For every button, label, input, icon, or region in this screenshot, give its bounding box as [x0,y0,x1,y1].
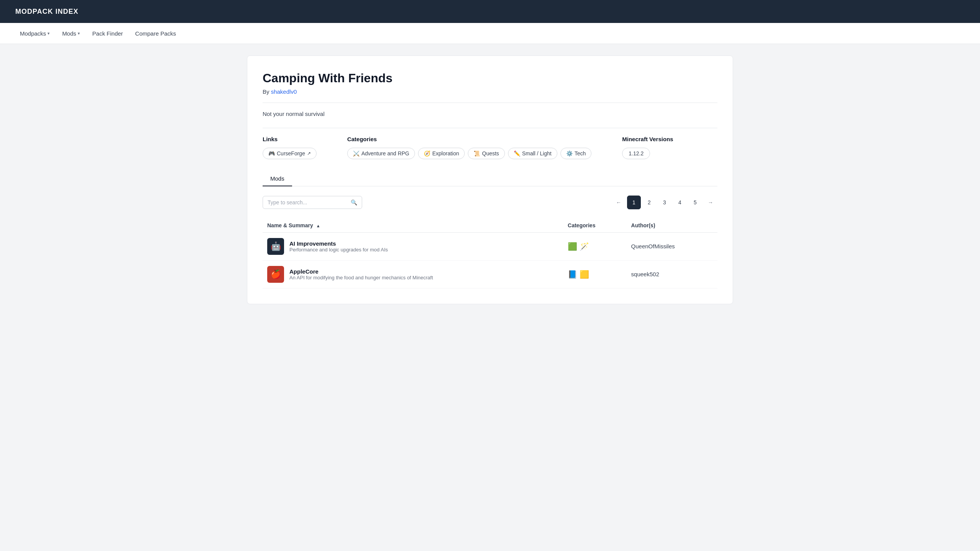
mod-row: 🍎 AppleCore An API for modifying the foo… [267,266,559,283]
categories-section: Categories ⚔️ Adventure and RPG 🧭 Explor… [347,136,591,159]
info-grid: Links 🎮 CurseForge ↗ Categories ⚔️ Adven… [263,136,717,159]
category-tech: ⚙️ Tech [560,148,592,159]
mod-author-cell: QueenOfMissiles [627,233,717,261]
mod-name-cell: 🍎 AppleCore An API for modifying the foo… [263,261,563,289]
version-tag: 1.12.2 [622,148,650,159]
pagination-page-3[interactable]: 3 [658,196,671,209]
mod-name-cell: 🤖 AI Improvements Performance and logic … [263,233,563,261]
pagination-page-5[interactable]: 5 [688,196,702,209]
exploration-icon: 🧭 [424,150,430,156]
app-header: MODPACK INDEX [0,0,980,23]
category-icon-1: 📘 [568,270,577,279]
search-pagination-row: 🔍 ← 1 2 3 4 5 [263,196,717,209]
external-link-icon: ↗ [307,151,311,156]
versions-label: Minecraft Versions [622,136,673,142]
pagination-page-1[interactable]: 1 [627,196,641,209]
mod-name: AI Improvements [289,240,388,247]
category-exploration: 🧭 Exploration [418,148,465,159]
divider [263,103,717,103]
table-header: Name & Summary ▲ Categories Author(s) [263,218,717,233]
links-group: 🎮 CurseForge ↗ [263,148,317,159]
mod-row: 🤖 AI Improvements Performance and logic … [267,238,559,255]
app-logo: MODPACK INDEX [15,8,78,16]
chevron-down-icon: ▾ [78,31,80,36]
table-row: 🤖 AI Improvements Performance and logic … [263,233,717,261]
author-link[interactable]: shakedlv0 [271,88,297,95]
ai-improvements-icon: 🤖 [271,241,281,251]
main-nav: Modpacks ▾ Mods ▾ Pack Finder Compare Pa… [0,23,980,44]
curseforge-link[interactable]: 🎮 CurseForge ↗ [263,148,317,159]
adventure-icon: ⚔️ [353,150,359,156]
category-icon-2: 🟨 [580,270,589,279]
category-icon-1: 🟩 [568,242,577,251]
pagination-next[interactable]: → [704,196,717,209]
sort-icon: ▲ [316,223,320,228]
mod-info: AppleCore An API for modifying the food … [289,268,433,280]
mod-icon-applecore: 🍎 [267,266,284,283]
pack-description: Not your normal survival [263,111,717,117]
pagination-page-2[interactable]: 2 [642,196,656,209]
links-section: Links 🎮 CurseForge ↗ [263,136,317,159]
mod-category-icons: 📘 🟨 [568,270,622,279]
versions-group: 1.12.2 [622,148,673,159]
tech-icon: ⚙️ [566,150,573,156]
main-content: Camping With Friends By shakedlv0 Not yo… [232,44,748,316]
mod-author: squeek502 [631,271,659,277]
mod-categories-cell: 🟩 🪄 [563,233,627,261]
divider-2 [263,128,717,128]
nav-modpacks[interactable]: Modpacks ▾ [15,27,54,40]
tab-mods[interactable]: Mods [263,171,292,186]
versions-section: Minecraft Versions 1.12.2 [622,136,673,159]
nav-compare-packs[interactable]: Compare Packs [131,27,181,40]
pack-author: By shakedlv0 [263,88,717,95]
small-light-icon: ✏️ [514,150,520,156]
pack-card: Camping With Friends By shakedlv0 Not yo… [247,55,733,304]
search-box[interactable]: 🔍 [263,196,362,209]
mod-summary: Performance and logic upgrades for mod A… [289,247,388,253]
mod-summary: An API for modifying the food and hunger… [289,275,433,280]
mod-icon-ai: 🤖 [267,238,284,255]
categories-group: ⚔️ Adventure and RPG 🧭 Exploration 📜 Que… [347,148,591,159]
category-icon-2: 🪄 [580,242,589,251]
search-input[interactable] [268,199,351,205]
table-body: 🤖 AI Improvements Performance and logic … [263,233,717,289]
links-label: Links [263,136,317,142]
mod-info: AI Improvements Performance and logic up… [289,240,388,253]
mod-categories-cell: 📘 🟨 [563,261,627,289]
chevron-down-icon: ▾ [47,31,50,36]
pagination-prev[interactable]: ← [612,196,626,209]
nav-pack-finder[interactable]: Pack Finder [88,27,127,40]
pack-title: Camping With Friends [263,71,717,85]
pagination-page-4[interactable]: 4 [673,196,687,209]
category-small-light: ✏️ Small / Light [508,148,557,159]
mod-author: QueenOfMissiles [631,243,675,249]
mod-category-icons: 🟩 🪄 [568,242,622,251]
category-quests: 📜 Quests [468,148,505,159]
table-row: 🍎 AppleCore An API for modifying the foo… [263,261,717,289]
col-name-summary[interactable]: Name & Summary ▲ [263,218,563,233]
mods-table: Name & Summary ▲ Categories Author(s) [263,218,717,289]
pagination: ← 1 2 3 4 5 → [612,196,717,209]
curseforge-icon: 🎮 [268,150,275,156]
applecore-icon: 🍎 [271,269,281,279]
tabs-bar: Mods [263,171,717,186]
mod-author-cell: squeek502 [627,261,717,289]
col-authors: Author(s) [627,218,717,233]
quests-icon: 📜 [474,150,480,156]
search-icon: 🔍 [351,199,357,205]
category-adventure: ⚔️ Adventure and RPG [347,148,415,159]
nav-mods[interactable]: Mods ▾ [57,27,85,40]
col-categories: Categories [563,218,627,233]
mod-name: AppleCore [289,268,433,275]
categories-label: Categories [347,136,591,142]
